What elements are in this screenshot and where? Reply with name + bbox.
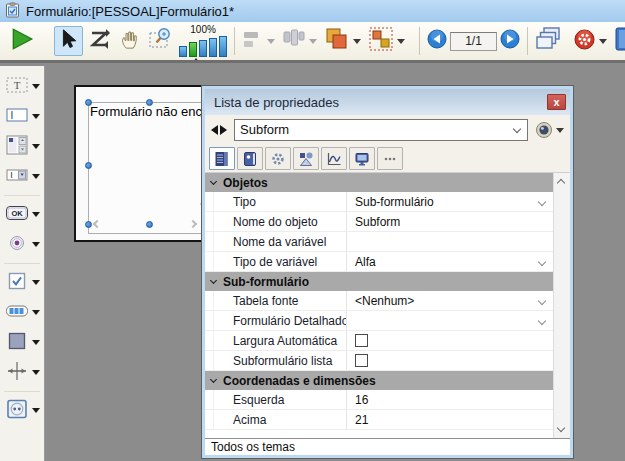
close-button[interactable]: x — [547, 94, 566, 110]
next-page-button[interactable] — [500, 29, 520, 53]
resize-handle[interactable] — [146, 221, 153, 228]
visibility-icon — [535, 121, 553, 139]
property-row[interactable]: Nome do objeto Subform — [205, 212, 553, 232]
next-object-icon[interactable] — [220, 125, 227, 135]
tab-settings[interactable] — [265, 147, 291, 170]
tool-dropdown-icon[interactable] — [32, 370, 40, 375]
scroll-right-icon[interactable] — [189, 220, 197, 228]
tool-radio[interactable] — [0, 233, 44, 256]
tool-dropdown-icon[interactable] — [32, 408, 40, 413]
collapse-icon — [210, 277, 217, 284]
z-order-button[interactable] — [324, 26, 361, 56]
tool-editbox[interactable]: I — [0, 105, 44, 128]
tool-dropdown-icon[interactable] — [32, 174, 40, 179]
tab-properties[interactable] — [209, 147, 235, 170]
tool-dropdown-icon[interactable] — [32, 242, 40, 247]
tab-data[interactable] — [237, 147, 263, 170]
selection-marker-button[interactable] — [368, 26, 405, 56]
panel-tool-icon — [5, 331, 29, 355]
tool-dropdown-icon[interactable] — [32, 340, 40, 345]
object-selector-value: Subform — [240, 122, 289, 137]
property-row[interactable]: Subformulário lista — [205, 351, 553, 371]
align-button[interactable] — [242, 29, 275, 53]
tool-label[interactable]: T — [0, 75, 44, 98]
tool-panel[interactable] — [0, 331, 44, 354]
prev-page-button[interactable] — [427, 29, 447, 53]
chevron-down-icon[interactable] — [513, 125, 521, 133]
tab-shapes[interactable] — [293, 147, 319, 170]
property-row[interactable]: Esquerda 16 — [205, 390, 553, 410]
zoom-region-icon — [148, 26, 174, 56]
property-row[interactable]: Nome da variável — [205, 232, 553, 252]
tab-more[interactable] — [377, 147, 403, 170]
zoom-bars-icon — [179, 36, 227, 57]
scroll-left-icon[interactable] — [93, 220, 101, 228]
toolbar-separator — [419, 27, 420, 55]
pan-tool-button[interactable] — [117, 26, 145, 56]
tool-dropdown-icon[interactable] — [32, 114, 40, 119]
tab-display[interactable] — [349, 147, 375, 170]
select-tool-button[interactable] — [54, 26, 82, 56]
dropdown-chevron-icon[interactable] — [538, 297, 546, 305]
zoom-level-control[interactable]: 100% — [179, 25, 227, 57]
combobox-tool-icon: I — [5, 165, 29, 189]
property-row[interactable]: Largura Automática — [205, 331, 553, 351]
red-gear-icon — [573, 28, 596, 55]
grid-scrollbar[interactable] — [553, 173, 570, 438]
tab-order-button[interactable] — [86, 26, 114, 56]
property-row[interactable]: Tipo Sub-formulário — [205, 192, 553, 212]
run-button[interactable] — [8, 26, 36, 56]
property-row[interactable]: Tipo de variável Alfa — [205, 252, 553, 272]
scrollbar-down-icon[interactable] — [557, 424, 565, 432]
subform-control[interactable]: Formulário não encont — [88, 102, 212, 234]
zoom-region-button[interactable] — [147, 26, 175, 56]
tool-subform[interactable] — [0, 399, 44, 422]
property-row[interactable]: Acima 21 — [205, 410, 553, 430]
dropdown-chevron-icon[interactable] — [538, 317, 546, 325]
tool-splitter[interactable] — [0, 361, 44, 384]
properties-panel-titlebar[interactable]: Lista de propriedades x — [205, 89, 570, 115]
dropdown-chevron-icon[interactable] — [538, 258, 546, 266]
dropdown-chevron-icon[interactable] — [538, 198, 546, 206]
button-tool-icon: OK — [5, 203, 29, 227]
prev-object-icon[interactable] — [211, 125, 218, 135]
tool-dropdown-icon[interactable] — [32, 310, 40, 315]
resize-handle[interactable] — [85, 162, 92, 169]
section-header-coordenadas[interactable]: Coordenadas e dimensões — [205, 371, 553, 390]
controls-palette: T I I OK — [0, 66, 45, 461]
object-selector-combobox[interactable]: Subform — [234, 119, 528, 141]
selection-marker-dropdown-icon[interactable] — [397, 39, 405, 44]
tool-button[interactable]: OK — [0, 203, 44, 226]
size-dropdown-icon[interactable] — [309, 39, 317, 44]
resize-handle[interactable] — [85, 99, 92, 106]
tool-checkbox[interactable] — [0, 271, 44, 294]
property-row[interactable]: Tabela fonte <Nenhum> — [205, 291, 553, 311]
checkbox-unchecked[interactable] — [355, 334, 368, 347]
visibility-button[interactable] — [535, 121, 564, 139]
tool-dropdown-icon[interactable] — [32, 144, 40, 149]
tool-dropdown-icon[interactable] — [32, 212, 40, 217]
checkbox-unchecked[interactable] — [355, 354, 368, 367]
tool-dropdown-icon[interactable] — [32, 84, 40, 89]
tool-combobox[interactable]: I — [0, 165, 44, 188]
clipped-toolbar-icon[interactable] — [614, 26, 625, 56]
tool-dropdown-icon[interactable] — [32, 280, 40, 285]
section-header-objetos[interactable]: Objetos — [205, 173, 553, 192]
settings-dropdown-icon[interactable] — [599, 39, 607, 44]
size-button[interactable] — [282, 28, 317, 54]
cascade-windows-button[interactable] — [535, 26, 563, 56]
resize-handle[interactable] — [146, 99, 153, 106]
hand-pan-icon — [119, 28, 142, 55]
tool-progressbar[interactable] — [0, 301, 44, 324]
property-row[interactable]: Formulário Detalhado — [205, 311, 553, 331]
section-header-subformulario[interactable]: Sub-formulário — [205, 272, 553, 291]
scrollbar-up-icon[interactable] — [557, 179, 565, 187]
tool-listbox[interactable] — [0, 135, 44, 158]
align-dropdown-icon[interactable] — [267, 39, 275, 44]
visibility-dropdown-icon[interactable] — [556, 128, 564, 133]
settings-button[interactable] — [573, 28, 607, 55]
palette-separator — [4, 263, 40, 264]
resize-handle[interactable] — [85, 221, 92, 228]
z-order-dropdown-icon[interactable] — [353, 39, 361, 44]
tab-curve[interactable] — [321, 147, 347, 170]
